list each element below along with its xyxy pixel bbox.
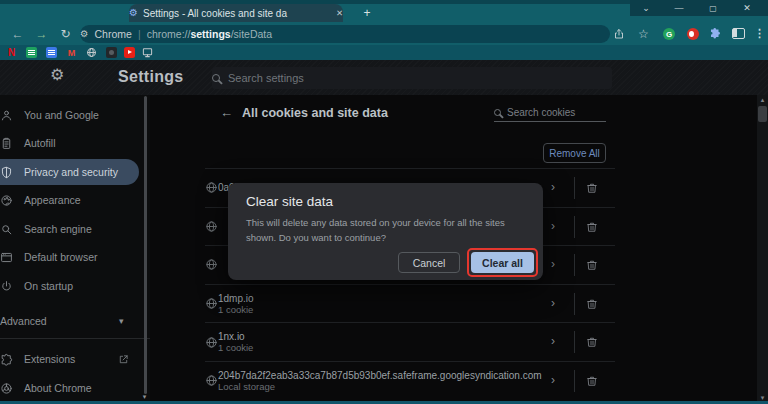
sidebar-item-privacy-and-security[interactable]: Privacy and security — [0, 159, 139, 185]
globe-icon — [205, 181, 218, 194]
sidebar-item-default-browser[interactable]: Default browser — [0, 244, 139, 270]
share-icon[interactable] — [611, 26, 626, 41]
chevron-right-icon[interactable]: › — [551, 334, 555, 348]
red-extension-icon[interactable] — [687, 28, 699, 40]
bookmark-sheets-icon[interactable] — [26, 47, 37, 58]
power-icon — [0, 280, 13, 293]
clear-all-button[interactable]: Clear all — [471, 252, 534, 273]
trash-icon[interactable] — [586, 259, 598, 271]
window-chevron-icon[interactable]: ⌄ — [639, 1, 653, 15]
active-tab[interactable]: ⚙ Settings - All cookies and site da ✕ — [129, 4, 343, 22]
globe-icon — [205, 374, 218, 387]
address-bar[interactable]: ⚙ Chrome | chrome://settings/siteData — [80, 25, 610, 43]
site-name: 1nx.io — [218, 331, 615, 342]
trash-icon[interactable] — [586, 336, 598, 348]
chevron-right-icon[interactable]: › — [551, 219, 555, 233]
sidebar-item-extensions[interactable]: Extensions — [0, 346, 139, 372]
puzzle-icon — [0, 353, 13, 366]
side-panel-icon[interactable] — [732, 28, 745, 39]
site-storage: Local storage — [218, 381, 615, 392]
reload-icon[interactable]: ↻ — [58, 27, 73, 41]
shield-icon — [0, 166, 13, 179]
site-gear-icon: ⚙ — [80, 29, 89, 39]
chevron-right-icon[interactable]: › — [551, 180, 555, 194]
window-close-icon[interactable]: ✕ — [740, 1, 754, 15]
window-minimize-icon[interactable]: — — [672, 1, 686, 15]
settings-sidebar: You and Google Autofill Privacy and secu… — [0, 95, 150, 404]
cookies-search-input[interactable] — [507, 107, 606, 118]
search-underline — [494, 121, 606, 122]
globe-icon — [205, 336, 218, 349]
chrome-logo-icon — [0, 382, 13, 395]
remove-all-button[interactable]: Remove All — [543, 143, 606, 163]
cancel-button[interactable]: Cancel — [398, 252, 460, 273]
chevron-right-icon[interactable]: › — [551, 296, 555, 310]
sidebar-item-search-engine[interactable]: Search engine — [0, 216, 139, 242]
site-name: 204b7da2f2eab3a33ca7b87d5b93b0ef.safefra… — [218, 370, 615, 381]
sidebar-item-on-startup[interactable]: On startup — [0, 273, 139, 299]
bookmark-globe-icon[interactable] — [86, 47, 97, 58]
dialog-body: This will delete any data stored on your… — [246, 216, 530, 245]
browser-window-icon — [0, 251, 13, 264]
sidebar-divider — [0, 338, 150, 339]
content-title: All cookies and site data — [242, 106, 388, 120]
bookmark-profile-icon[interactable] — [106, 47, 117, 58]
bookmark-netflix-icon[interactable]: N — [6, 47, 17, 58]
bookmark-youtube-icon[interactable] — [124, 47, 135, 58]
trash-icon[interactable] — [586, 298, 598, 310]
bookmark-docs-icon[interactable] — [46, 47, 57, 58]
person-icon — [0, 109, 13, 122]
external-link-icon — [118, 354, 129, 365]
cookie-row[interactable]: 1nx.io1 cookie › — [205, 322, 615, 361]
clipboard-icon — [0, 137, 13, 150]
back-icon[interactable]: ← — [10, 27, 25, 41]
cookie-row[interactable]: 1dmp.io1 cookie › — [205, 284, 615, 323]
bookmark-star-icon[interactable]: ☆ — [636, 26, 651, 41]
settings-logo-gear-icon: ⚙ — [50, 67, 64, 83]
sidebar-advanced-toggle[interactable]: Advanced ▾ — [0, 308, 139, 334]
cookie-row[interactable]: 204b7da2f2eab3a33ca7b87d5b93b0ef.safefra… — [205, 361, 615, 400]
trash-icon[interactable] — [586, 221, 598, 233]
menu-icon[interactable]: ⋮ — [752, 26, 767, 41]
extensions-puzzle-icon[interactable] — [709, 27, 721, 39]
globe-icon — [205, 220, 218, 233]
chevron-right-icon[interactable]: › — [551, 373, 555, 387]
settings-search-field[interactable] — [212, 67, 612, 89]
browser-window: ⚙ Settings - All cookies and site da ✕ +… — [0, 0, 768, 404]
clear-site-data-dialog: Clear site data This will delete any dat… — [228, 183, 543, 280]
page-title: Settings — [118, 68, 184, 86]
sidebar-item-autofill[interactable]: Autofill — [0, 130, 139, 156]
sidebar-item-about-chrome[interactable]: About Chrome — [0, 375, 139, 401]
settings-gear-favicon-icon: ⚙ — [129, 8, 138, 18]
site-name: 1dmp.io — [218, 293, 615, 304]
sidebar-item-you-and-google[interactable]: You and Google — [0, 102, 139, 128]
trash-icon[interactable] — [586, 182, 598, 194]
forward-icon[interactable]: → — [34, 27, 49, 41]
settings-search-input[interactable] — [228, 72, 612, 84]
globe-icon — [205, 258, 218, 271]
sidebar-scrollbar[interactable] — [144, 96, 147, 394]
url-separator: | — [138, 28, 141, 40]
site-storage: 1 cookie — [218, 304, 615, 315]
green-extension-icon[interactable]: G — [663, 28, 675, 40]
chevron-right-icon[interactable]: › — [551, 257, 555, 271]
site-storage: 1 cookie — [218, 342, 615, 353]
tab-close-icon[interactable]: ✕ — [336, 8, 343, 18]
page-scrollbar[interactable] — [757, 95, 768, 404]
url-brand: Chrome — [95, 28, 132, 40]
bookmark-gmail-icon[interactable]: M — [66, 47, 77, 58]
dialog-title: Clear site data — [246, 194, 333, 209]
palette-icon — [0, 194, 13, 207]
magnifier-icon — [0, 223, 13, 236]
sidebar-item-appearance[interactable]: Appearance — [0, 187, 139, 213]
scrollbar-thumb[interactable] — [758, 106, 767, 122]
trash-icon[interactable] — [586, 375, 598, 387]
url-text: chrome://settings/siteData — [147, 28, 272, 40]
new-tab-button[interactable]: + — [360, 6, 374, 20]
window-maximize-icon[interactable]: ▢ — [706, 1, 720, 15]
scroll-up-icon[interactable]: ▴ — [757, 95, 768, 105]
tab-title: Settings - All cookies and site da — [143, 8, 331, 19]
cookies-search-field[interactable] — [494, 103, 606, 121]
bookmark-monitor-icon[interactable] — [142, 47, 153, 58]
back-arrow-icon[interactable]: ← — [220, 105, 233, 120]
